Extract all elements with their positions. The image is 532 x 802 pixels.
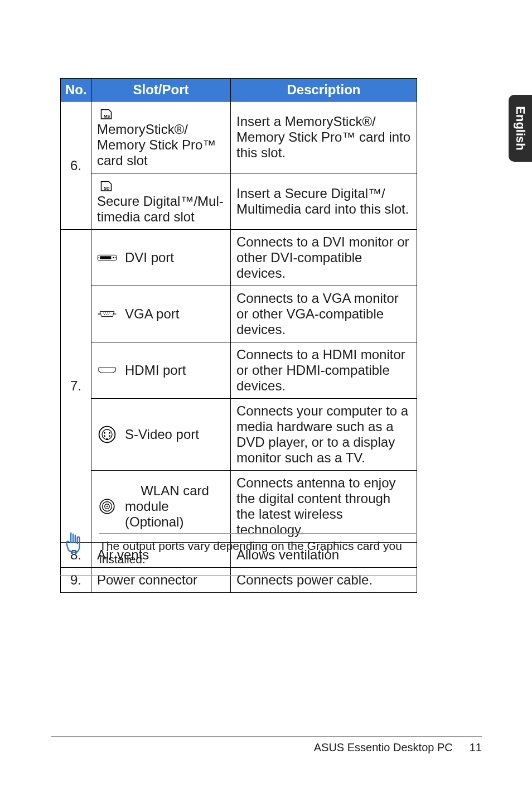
slot-cell: DVI port	[91, 230, 231, 286]
th-desc: Description	[231, 79, 417, 102]
svg-point-8	[105, 312, 106, 313]
svg-point-16	[99, 427, 115, 443]
footer-title: ASUS Essentio Desktop PC	[314, 741, 453, 754]
slot-label-line: MemoryStick®/	[97, 122, 225, 137]
hdmi-port-icon	[97, 363, 117, 378]
table-row: 6. MS MemoryStick®/ Memory Stick Pro™ ca…	[61, 102, 417, 173]
slot-label-line: Secure Digital™/Mul-	[97, 194, 225, 209]
svg-point-6	[115, 257, 116, 258]
slot-label: S-Video port	[125, 427, 199, 442]
svg-point-21	[109, 435, 110, 437]
row-number: 6.	[61, 102, 91, 230]
vga-port-icon	[97, 306, 117, 322]
slot-label-line: card slot	[97, 153, 225, 168]
desc-cell: Connects to a VGA monitor or other VGA-c…	[231, 286, 417, 342]
page-footer: ASUS Essentio Desktop PC 11	[51, 736, 482, 754]
desc-cell: Connects to a DVI monitor or other DVI-c…	[231, 230, 417, 286]
row-number: 7.	[61, 230, 91, 543]
slot-cell: VGA port	[91, 286, 231, 342]
th-no: No.	[61, 79, 91, 102]
s-video-port-icon	[97, 427, 117, 442]
language-label: English	[513, 106, 528, 150]
slot-label: HDMI port	[125, 363, 186, 378]
note-text: The output ports vary depending on the G…	[99, 533, 417, 566]
desc-cell: Insert a MemoryStick®/ Memory Stick Pro™…	[231, 102, 417, 173]
svg-rect-3	[100, 256, 111, 259]
slot-label: VGA port	[125, 306, 179, 322]
slot-label-line: WLAN card	[141, 483, 209, 499]
svg-point-13	[108, 314, 108, 315]
svg-point-12	[106, 314, 107, 315]
svg-text:SD: SD	[104, 186, 110, 191]
svg-point-4	[113, 257, 114, 259]
svg-point-5	[98, 257, 99, 258]
hand-note-icon	[60, 530, 86, 555]
th-slot: Slot/Port	[91, 79, 231, 102]
desc-cell: Connects your computer to a media hardwa…	[231, 399, 417, 471]
svg-point-7	[103, 312, 104, 313]
slot-cell: MS MemoryStick®/ Memory Stick Pro™ card …	[91, 102, 231, 173]
svg-point-10	[109, 312, 109, 313]
table-row: VGA port Connects to a VGA monitor or ot…	[61, 286, 417, 342]
slot-label-stack: WLAN card module (Optional)	[125, 483, 225, 530]
svg-point-15	[114, 313, 116, 315]
sd-card-icon: SD	[97, 178, 117, 194]
svg-rect-22	[106, 438, 108, 440]
svg-text:MS: MS	[104, 114, 110, 119]
footer-page-number: 11	[470, 741, 482, 754]
page-content: No. Slot/Port Description 6. MS	[60, 78, 417, 593]
svg-point-14	[98, 313, 100, 315]
slot-label: DVI port	[125, 250, 174, 265]
desc-cell: Connects to a HDMI monitor or other HDMI…	[231, 342, 417, 399]
memorystick-icon: MS	[97, 106, 117, 122]
slot-label-line: timedia card slot	[97, 209, 225, 225]
slot-label-line: module (Optional)	[125, 499, 225, 530]
svg-point-26	[107, 506, 108, 508]
wlan-antenna-icon	[97, 499, 117, 514]
dvi-port-icon	[97, 250, 117, 265]
svg-point-20	[104, 435, 105, 437]
table-row: 7. DVI port	[61, 230, 417, 286]
table-row: HDMI port Connects to a HDMI monitor or …	[61, 342, 417, 399]
slot-label-line: Memory Stick Pro™	[97, 137, 225, 153]
slot-cell: SD Secure Digital™/Mul- timedia card slo…	[91, 173, 231, 230]
table-row: SD Secure Digital™/Mul- timedia card slo…	[61, 173, 417, 230]
slot-cell: HDMI port	[91, 342, 231, 399]
svg-point-9	[107, 312, 108, 313]
slot-cell: S-Video port	[91, 399, 231, 471]
svg-point-19	[109, 432, 110, 434]
svg-point-17	[102, 429, 112, 439]
language-side-tab: English	[509, 95, 532, 162]
ports-table: No. Slot/Port Description 6. MS	[60, 78, 417, 593]
manual-note: The output ports vary depending on the G…	[60, 530, 417, 576]
svg-point-11	[104, 314, 105, 315]
desc-cell: Insert a Secure Digital™/ Multimedia car…	[231, 173, 417, 230]
table-row: S-Video port Connects your computer to a…	[61, 399, 417, 471]
svg-point-18	[104, 432, 105, 434]
